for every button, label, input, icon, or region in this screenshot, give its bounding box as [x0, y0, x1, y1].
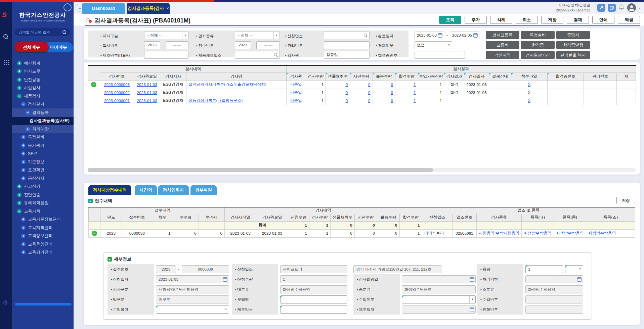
- grid-cell-link[interactable]: 0: [391, 90, 393, 95]
- tab-inspection-result[interactable]: 검사결과등록(검사 ×: [127, 3, 170, 14]
- column-header[interactable]: 시편수량: [350, 73, 373, 81]
- sidebar-item-21[interactable]: +고객정보관리: [12, 232, 74, 240]
- save-button[interactable]: 저장: [541, 16, 563, 24]
- inspect-no-year-input[interactable]: 2023: [144, 41, 160, 49]
- grid-cell-link[interactable]: 0: [346, 90, 348, 95]
- bell-icon[interactable]: [618, 4, 625, 12]
- column-header[interactable]: 접수번호: [122, 214, 152, 221]
- inspector-input[interactable]: 김종일: [324, 51, 370, 59]
- column-header[interactable]: 검사완료일: [256, 214, 288, 221]
- column-header[interactable]: 합격증번호: [547, 73, 584, 81]
- grid-cell-link[interactable]: 0: [346, 98, 348, 103]
- column-header[interactable]: 검사원: [286, 73, 306, 81]
- chevron-down-icon[interactable]: ∨: [638, 6, 641, 10]
- row-selector[interactable]: [88, 89, 100, 97]
- column-header[interactable]: 검사일자: [464, 73, 489, 81]
- column-header[interactable]: 품목(중): [554, 214, 586, 221]
- table-row[interactable]: ✓2023-00000032023-01-03ESG경영처설계단계검사기록부(가…: [88, 81, 636, 89]
- column-header[interactable]: 불능수량: [373, 73, 395, 81]
- sidebar-scrollbar[interactable]: [15, 303, 72, 306]
- favorite-star-icon[interactable]: ☆+: [85, 15, 91, 23]
- column-header[interactable]: 신청업소: [422, 214, 453, 221]
- detail-capacity-unit-select[interactable]: ▾: [565, 265, 583, 273]
- engrave-history-button[interactable]: 각인내역: [486, 51, 519, 59]
- column-header[interactable]: 샘플채취수: [331, 214, 355, 221]
- open-window-icon[interactable]: [608, 4, 616, 12]
- complete-date-from[interactable]: 2023-01-03: [415, 32, 444, 39]
- column-header[interactable]: 품목(대): [521, 214, 554, 221]
- column-header[interactable]: 수입가능잔량: [418, 73, 444, 81]
- column-header[interactable]: 합격수량: [395, 73, 418, 81]
- grid-cell-link[interactable]: 김종일: [290, 82, 302, 87]
- sidebar-item-2[interactable]: +안전공통: [12, 76, 74, 84]
- tab-inspection-witness[interactable]: 검사입회자: [158, 185, 189, 195]
- detail-capacity-input[interactable]: 1: [525, 265, 563, 273]
- column-header[interactable]: 차수: [152, 214, 173, 221]
- tab-dashboard[interactable]: Dashboard: [82, 3, 125, 14]
- column-header[interactable]: 검사결과: [444, 73, 464, 81]
- grid-cell-link[interactable]: 2023-0000001: [104, 98, 130, 103]
- column-header[interactable]: 결재상태: [489, 73, 511, 81]
- grid-cell-link[interactable]: 0: [368, 90, 371, 95]
- sidebar-item-4[interactable]: −제품검사: [12, 92, 74, 100]
- grid-cell-link[interactable]: 성능검정기록부(내압방폭구조): [188, 98, 243, 103]
- column-header[interactable]: 불능수량: [377, 214, 399, 221]
- inspection-batch-period-button[interactable]: 검사일괄기간: [521, 51, 555, 59]
- sidebar-item-16[interactable]: +진단인증: [12, 191, 74, 199]
- sidebar-item-20[interactable]: +교육계획관리: [12, 224, 74, 232]
- column-header[interactable]: 부가세: [199, 214, 224, 221]
- column-header[interactable]: 제: [617, 73, 636, 81]
- column-header[interactable]: 샘플채취수: [326, 73, 350, 81]
- cancel-button[interactable]: 취소: [516, 16, 538, 24]
- sidebar-item-6[interactable]: −결과등록: [12, 108, 74, 117]
- rail-search-icon[interactable]: [3, 34, 8, 40]
- row-selector[interactable]: [88, 97, 100, 105]
- specific-equipment-button[interactable]: 특정설비: [521, 31, 555, 39]
- grid-cell-link[interactable]: 2023-01-03: [137, 98, 157, 103]
- print-button[interactable]: 인쇄: [592, 16, 614, 24]
- column-header[interactable]: 시편수량: [354, 214, 377, 221]
- cert-no-input[interactable]: [415, 51, 465, 59]
- grid-cell-link[interactable]: X: [528, 98, 530, 103]
- receipt-no-year-input[interactable]: 2023: [235, 41, 251, 49]
- row-selector[interactable]: ✓: [89, 229, 100, 237]
- sidebar-collapse-button[interactable]: ←: [63, 3, 72, 11]
- inspect-type-select[interactable]: -- 전체 --▾: [235, 32, 280, 39]
- column-header[interactable]: 첨부파일: [511, 73, 547, 81]
- sidebar-item-19[interactable]: +교육기준정보관리: [12, 216, 74, 224]
- column-header[interactable]: 검사지사: [160, 73, 186, 81]
- sidebar-item-17[interactable]: +유해화학물질: [12, 199, 74, 207]
- tab-all-menu[interactable]: 전체메뉴: [14, 42, 49, 52]
- grid-cell-link[interactable]: 1: [414, 90, 416, 95]
- manage-no-input[interactable]: [324, 41, 370, 49]
- inspection-sheet-register-button[interactable]: 검사표등록: [486, 31, 519, 39]
- sidebar-item-5[interactable]: −검사결과: [12, 100, 74, 109]
- grid-cell-link[interactable]: 설계단계검사기록부(가스누출경보차단장치): [188, 82, 266, 87]
- grid-cell-link[interactable]: 2023-0000003: [104, 82, 130, 87]
- calendar-icon[interactable]: [438, 33, 442, 38]
- grid-cell-link[interactable]: 2023-01-03: [137, 90, 157, 95]
- sidebar-item-23[interactable]: +교육평가관리: [12, 248, 74, 257]
- column-header[interactable]: 관리번호: [584, 73, 616, 81]
- avatar[interactable]: [627, 3, 636, 12]
- detail-import-yn-select[interactable]: ▾: [402, 295, 476, 303]
- search-icon[interactable]: [62, 30, 67, 34]
- column-header[interactable]: 년도: [100, 214, 122, 221]
- sidebar-item-13[interactable]: +요건확인: [12, 166, 74, 175]
- receipt-no-input[interactable]: -------: [256, 41, 280, 49]
- grid-cell-link[interactable]: 김종일: [290, 90, 302, 95]
- column-header[interactable]: 검사번호: [100, 73, 134, 81]
- column-header[interactable]: 검사완료일: [134, 73, 160, 81]
- detail-maker-input[interactable]: [280, 306, 347, 314]
- grid-cell-link[interactable]: 0: [391, 98, 393, 103]
- column-header[interactable]: 업소번호: [453, 214, 477, 221]
- grid-cell-link[interactable]: 2023-01-03: [137, 82, 157, 87]
- calendar-icon[interactable]: [473, 33, 478, 38]
- add-button[interactable]: 추가: [465, 16, 487, 24]
- approval-select[interactable]: 없음▾: [415, 41, 452, 49]
- grid-cell-link[interactable]: 0: [368, 82, 371, 87]
- grid-cell-link[interactable]: 0: [391, 82, 393, 87]
- column-header[interactable]: 검사수량: [309, 214, 330, 221]
- sidebar-item-9[interactable]: +특정설비: [12, 133, 74, 142]
- apply-company-input[interactable]: [324, 32, 370, 39]
